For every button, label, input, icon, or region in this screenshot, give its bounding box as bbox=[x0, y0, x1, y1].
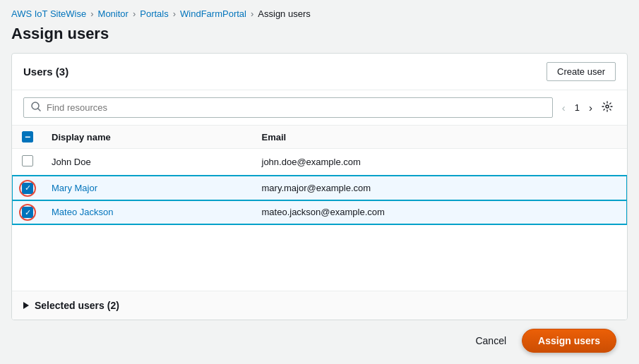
select-all-checkbox[interactable] bbox=[22, 131, 33, 142]
prev-page-button[interactable]: ‹ bbox=[559, 100, 569, 115]
row-email: mary.major@example.com bbox=[253, 176, 628, 200]
row-display-name: Mary Major bbox=[43, 176, 253, 200]
table-row[interactable]: Mateo Jackson mateo.jackson@example.com bbox=[12, 200, 627, 225]
next-page-button[interactable]: › bbox=[585, 100, 596, 115]
breadcrumb-monitor[interactable]: Monitor bbox=[98, 8, 129, 19]
breadcrumb-sep-4: › bbox=[251, 8, 253, 19]
row-checkbox[interactable] bbox=[22, 183, 33, 194]
breadcrumb-sitewise[interactable]: AWS IoT SiteWise bbox=[11, 8, 86, 19]
users-count-label: Users (3) bbox=[23, 66, 68, 78]
page-number: 1 bbox=[572, 102, 583, 113]
card-header: Users (3) Create user bbox=[12, 54, 627, 90]
selected-users-label: Selected users (2) bbox=[35, 300, 119, 311]
create-user-button[interactable]: Create user bbox=[547, 62, 616, 81]
expand-selected-icon[interactable] bbox=[23, 302, 29, 309]
users-table-wrap: Display name Email John Doe john.doe@exa… bbox=[12, 126, 627, 291]
search-input[interactable] bbox=[47, 102, 545, 113]
search-icon bbox=[31, 102, 41, 114]
row-email: mateo.jackson@example.com bbox=[253, 200, 628, 225]
breadcrumb-portals[interactable]: Portals bbox=[140, 8, 168, 19]
svg-line-1 bbox=[38, 109, 40, 111]
table-row[interactable]: John Doe john.doe@example.com bbox=[12, 149, 627, 176]
table-row[interactable]: Mary Major mary.major@example.com bbox=[12, 176, 627, 200]
row-checkbox-wrap[interactable] bbox=[22, 183, 33, 194]
users-table: Display name Email John Doe john.doe@exa… bbox=[12, 126, 627, 224]
svg-point-2 bbox=[606, 105, 609, 108]
table-settings-button[interactable] bbox=[599, 99, 616, 116]
pagination-controls: ‹ 1 › bbox=[559, 99, 616, 116]
row-checkbox-cell[interactable] bbox=[12, 200, 43, 225]
search-input-wrap bbox=[23, 97, 553, 118]
cancel-button[interactable]: Cancel bbox=[468, 331, 513, 351]
breadcrumb: AWS IoT SiteWise › Monitor › Portals › W… bbox=[11, 8, 628, 19]
row-checkbox-wrap[interactable] bbox=[22, 207, 33, 218]
search-bar-row: ‹ 1 › bbox=[12, 90, 627, 126]
assign-users-button[interactable]: Assign users bbox=[522, 329, 616, 353]
row-email: john.doe@example.com bbox=[253, 149, 628, 176]
main-card: Users (3) Create user ‹ 1 › bbox=[11, 53, 628, 320]
header-email: Email bbox=[253, 126, 628, 149]
breadcrumb-sep-3: › bbox=[173, 8, 176, 19]
breadcrumb-windfarm[interactable]: WindFarmPortal bbox=[180, 8, 246, 19]
breadcrumb-sep-2: › bbox=[133, 8, 136, 19]
row-checkbox-cell[interactable] bbox=[12, 149, 43, 176]
header-checkbox-col[interactable] bbox=[12, 126, 43, 149]
footer-row: Cancel Assign users bbox=[11, 320, 628, 356]
breadcrumb-assign-users: Assign users bbox=[258, 8, 310, 19]
row-display-name: John Doe bbox=[43, 149, 253, 176]
page-title: Assign users bbox=[11, 25, 628, 43]
row-checkbox-cell[interactable] bbox=[12, 176, 43, 200]
table-header-row: Display name Email bbox=[12, 126, 627, 149]
row-display-name: Mateo Jackson bbox=[43, 200, 253, 225]
row-checkbox[interactable] bbox=[22, 155, 33, 166]
row-checkbox[interactable] bbox=[22, 207, 33, 218]
header-display-name: Display name bbox=[43, 126, 253, 149]
breadcrumb-sep-1: › bbox=[90, 8, 93, 19]
selected-users-section: Selected users (2) bbox=[12, 291, 627, 320]
